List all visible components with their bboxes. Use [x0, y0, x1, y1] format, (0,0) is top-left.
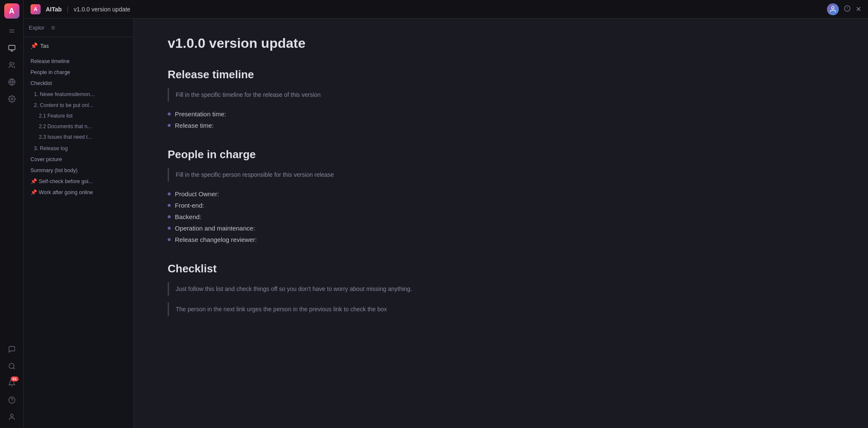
- bullet-dot: [168, 204, 171, 207]
- list-item: Backend:: [168, 211, 834, 222]
- brand-name: AITab: [46, 6, 62, 13]
- toc-item-self-check[interactable]: 📌 Self-check before goi...: [24, 176, 133, 187]
- nav-globe[interactable]: [4, 74, 19, 90]
- toc-section: Release timelinePeople in chargeChecklis…: [24, 54, 133, 428]
- list-item: Presentation time:: [168, 108, 834, 120]
- section-heading-checklist: Checklist: [168, 262, 834, 275]
- bullet-dot: [168, 215, 171, 218]
- sidebar-pin-item[interactable]: 📌 Tas: [24, 41, 133, 51]
- bullet-dot: [168, 192, 171, 195]
- toc-item-work-after[interactable]: 📌 Work after going online: [24, 187, 133, 198]
- bullet-dot: [168, 238, 171, 241]
- section-blockquote-release-timeline: Fill in the specific timeline for the re…: [168, 88, 834, 102]
- toc-item-documents-that[interactable]: 2.2 Documents that n...: [24, 121, 133, 132]
- list-item: Release changelog reviewer:: [168, 234, 834, 245]
- toc-item-people-in-charge[interactable]: People in charge: [24, 67, 133, 78]
- pin-label: Tas: [40, 43, 49, 49]
- bullet-text: Operation and maintenance:: [175, 225, 255, 232]
- svg-line-8: [13, 368, 14, 369]
- toc-item-checklist[interactable]: Checklist: [24, 78, 133, 89]
- notification-badge: 61: [11, 376, 18, 381]
- bullet-text: Product Owner:: [175, 190, 219, 198]
- nav-monitor[interactable]: [4, 41, 19, 56]
- toc-item-feature-list[interactable]: 2.1 Feature list: [24, 111, 133, 121]
- release-timeline-bullets: Presentation time:Release time:: [168, 108, 834, 131]
- nav-chat[interactable]: [4, 342, 19, 357]
- bullet-text: Release time:: [175, 122, 214, 129]
- doc-title: v1.0.0 version update: [74, 6, 130, 13]
- bullet-text: Presentation time:: [175, 110, 226, 118]
- toc-item-cover-picture[interactable]: Cover picture: [24, 154, 133, 165]
- toc-item-content-to-be-put[interactable]: 2. Content to be put onl...: [24, 100, 133, 111]
- nav-help[interactable]: [4, 392, 19, 408]
- nav-users[interactable]: [4, 58, 19, 73]
- document-area: v1.0.0 version update Release timeline F…: [134, 19, 868, 428]
- list-item: Front-end:: [168, 200, 834, 211]
- svg-point-9: [8, 397, 15, 403]
- nav-profile[interactable]: [4, 409, 19, 425]
- bullet-text: Release changelog reviewer:: [175, 236, 257, 243]
- toc-item-release-timeline[interactable]: Release timeline: [24, 56, 133, 67]
- section-blockquote-checklist-2: The person in the next link urges the pe…: [168, 302, 834, 316]
- toc-item-issues-that-need[interactable]: 2.3 Issues that need t...: [24, 132, 133, 143]
- section-heading-release-timeline: Release timeline: [168, 68, 834, 81]
- nav-search[interactable]: [4, 359, 19, 374]
- svg-point-11: [11, 414, 13, 417]
- people-in-charge-bullets: Product Owner:Front-end:Backend:Operatio…: [168, 188, 834, 245]
- bullet-dot: [168, 112, 171, 115]
- nav-bell[interactable]: 61: [4, 376, 19, 391]
- svg-point-3: [9, 62, 12, 65]
- section-blockquote-checklist-1: Just follow this list and check things o…: [168, 282, 834, 296]
- app-logo[interactable]: A: [4, 3, 19, 19]
- sidebar: Explor ≡ 📌 Tas Release timelinePeople in…: [24, 19, 134, 428]
- bullet-dot: [168, 124, 171, 127]
- explore-label: Explor: [29, 25, 44, 31]
- close-button[interactable]: ✕: [856, 5, 861, 13]
- section-blockquote-people-in-charge: Fill in the specific person responsible …: [168, 168, 834, 181]
- svg-point-12: [832, 6, 834, 9]
- bullet-dot: [168, 227, 171, 230]
- icon-bar: A: [0, 0, 24, 428]
- top-icons: ✕: [827, 3, 861, 15]
- list-item: Product Owner:: [168, 188, 834, 200]
- svg-rect-0: [8, 45, 15, 50]
- list-item: Operation and maintenance:: [168, 222, 834, 234]
- nav-settings[interactable]: [4, 91, 19, 107]
- user-avatar[interactable]: [827, 3, 839, 15]
- title-separator: |: [67, 5, 69, 13]
- bullet-text: Front-end:: [175, 202, 204, 209]
- svg-point-7: [9, 363, 14, 368]
- toc-item-release-log[interactable]: 3. Release log: [24, 143, 133, 154]
- info-button[interactable]: [844, 5, 851, 14]
- svg-point-6: [11, 98, 13, 100]
- nav-collapse[interactable]: [4, 24, 19, 39]
- toc-item-newe-features[interactable]: 1. Newe featuresdemon...: [24, 89, 133, 100]
- body-area: Explor ≡ 📌 Tas Release timelinePeople in…: [24, 19, 868, 428]
- toc-item-summary[interactable]: Summary (list body): [24, 165, 133, 176]
- document-main-title: v1.0.0 version update: [168, 36, 834, 51]
- list-item: Release time:: [168, 120, 834, 131]
- sidebar-top: Explor ≡: [24, 19, 133, 37]
- bullet-text: Backend:: [175, 213, 202, 220]
- main-content: A AITab | v1.0.0 version update ✕: [24, 0, 868, 428]
- section-heading-people-in-charge: People in charge: [168, 148, 834, 161]
- menu-icon[interactable]: ≡: [51, 24, 55, 32]
- top-bar: A AITab | v1.0.0 version update ✕: [24, 0, 868, 19]
- sidebar-pin-section: 📌 Tas: [24, 37, 133, 54]
- aitab-logo: A: [30, 4, 41, 14]
